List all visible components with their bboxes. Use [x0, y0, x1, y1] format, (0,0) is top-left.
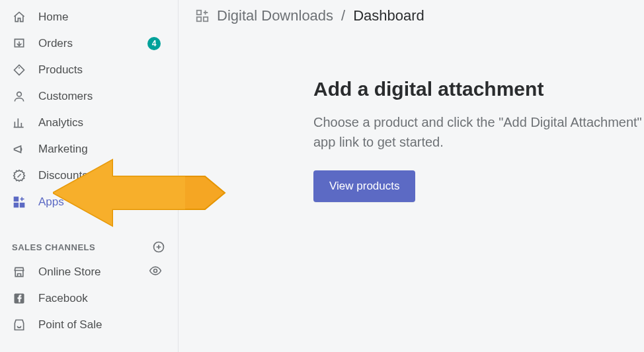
orders-icon: [12, 36, 26, 51]
svg-rect-9: [197, 17, 201, 21]
breadcrumb-separator: /: [341, 7, 345, 24]
sidebar-item-label: Orders: [38, 37, 73, 50]
pos-icon: [12, 318, 26, 332]
sidebar-item-analytics[interactable]: Analytics: [0, 110, 178, 136]
sidebar-item-label: Discounts: [38, 169, 88, 182]
svg-rect-2: [15, 197, 19, 201]
facebook-icon: [12, 291, 26, 306]
svg-point-6: [154, 269, 157, 272]
add-channel-button[interactable]: [151, 240, 166, 254]
main-content: Digital Downloads / Dashboard Add a digi…: [179, 0, 644, 352]
svg-point-0: [19, 67, 20, 69]
page-description: Choose a product and click the "Add Digi…: [313, 112, 644, 152]
sidebar-item-orders[interactable]: Orders 4: [0, 30, 178, 57]
channel-label: Point of Sale: [38, 318, 102, 332]
sidebar-item-label: Customers: [38, 90, 93, 103]
channel-point-of-sale[interactable]: Point of Sale: [0, 312, 178, 338]
section-label: SALES CHANNELS: [12, 242, 95, 252]
sidebar-item-customers[interactable]: Customers: [0, 83, 178, 110]
orders-badge: 4: [147, 37, 161, 50]
view-products-button[interactable]: View products: [313, 170, 415, 202]
svg-rect-4: [20, 203, 24, 207]
sidebar-item-discounts[interactable]: Discounts: [0, 162, 178, 189]
analytics-icon: [12, 116, 26, 130]
customers-icon: [12, 89, 26, 104]
sidebar: Home Orders 4 Products Customers A: [0, 0, 179, 352]
channel-online-store[interactable]: Online Store: [0, 259, 178, 285]
breadcrumb-current: Dashboard: [353, 7, 424, 24]
sidebar-item-label: Products: [38, 63, 83, 77]
svg-point-1: [17, 92, 22, 96]
view-store-icon[interactable]: [149, 264, 162, 281]
svg-rect-10: [204, 17, 208, 21]
channel-label: Facebook: [38, 292, 88, 305]
home-icon: [12, 10, 26, 24]
sales-channels-header: SALES CHANNELS: [0, 235, 178, 259]
discounts-icon: [12, 168, 26, 183]
sidebar-item-label: Marketing: [38, 143, 88, 156]
sidebar-item-marketing[interactable]: Marketing: [0, 136, 178, 162]
svg-rect-8: [197, 11, 201, 15]
marketing-icon: [12, 142, 26, 157]
sidebar-item-products[interactable]: Products: [0, 57, 178, 83]
channel-label: Online Store: [38, 265, 101, 279]
online-store-icon: [12, 265, 26, 279]
sidebar-item-home[interactable]: Home: [0, 4, 178, 30]
empty-state: Add a digital attachment Choose a produc…: [194, 32, 644, 202]
sidebar-item-label: Apps: [38, 195, 64, 209]
app-icon: [194, 8, 210, 24]
channel-facebook[interactable]: Facebook: [0, 285, 178, 312]
breadcrumb: Digital Downloads / Dashboard: [194, 0, 644, 32]
apps-icon: [12, 195, 26, 209]
svg-rect-3: [15, 203, 19, 207]
products-icon: [12, 63, 26, 77]
page-heading: Add a digital attachment: [313, 78, 644, 100]
sidebar-item-label: Analytics: [38, 116, 83, 129]
sidebar-item-apps[interactable]: Apps: [0, 189, 178, 215]
sidebar-item-label: Home: [38, 11, 68, 24]
breadcrumb-app[interactable]: Digital Downloads: [217, 7, 333, 24]
